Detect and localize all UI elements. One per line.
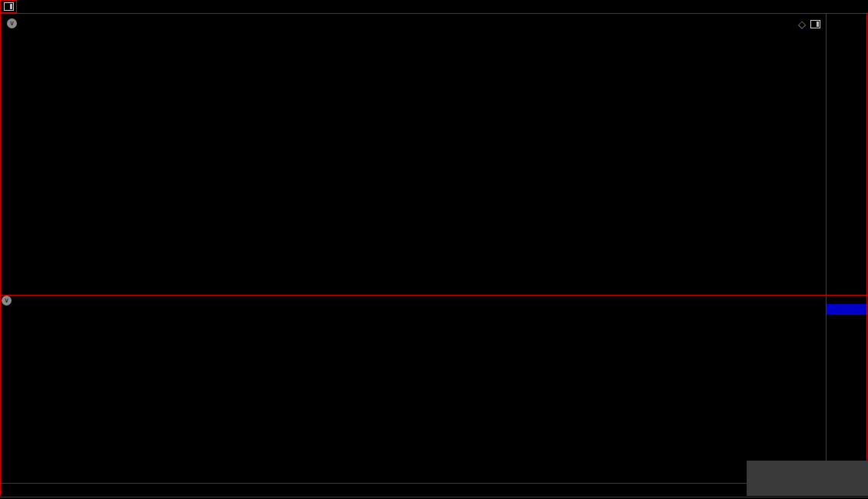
indicator-candlestick-chart[interactable] bbox=[0, 305, 826, 482]
stock-chart-app: ∨ ◇ ∨ bbox=[0, 0, 868, 499]
diamond-icon[interactable]: ◇ bbox=[798, 19, 806, 29]
main-candlestick-chart[interactable] bbox=[0, 31, 826, 295]
chart-corner-icons: ◇ bbox=[798, 19, 820, 29]
axis-frame-line bbox=[826, 14, 827, 496]
top-toolbar bbox=[0, 0, 868, 14]
chart-title-row: ∨ bbox=[3, 16, 17, 30]
current-value-badge bbox=[827, 304, 868, 315]
left-frame-line bbox=[0, 14, 1, 496]
chevron-down-icon[interactable]: ∨ bbox=[2, 296, 12, 306]
indicator-panel-header: ∨ bbox=[2, 295, 21, 306]
date-axis bbox=[0, 483, 868, 497]
window-split-icon[interactable] bbox=[0, 0, 17, 13]
window-icon[interactable] bbox=[810, 20, 820, 28]
panel-divider-line bbox=[0, 295, 868, 296]
chevron-down-icon[interactable]: ∨ bbox=[7, 18, 17, 28]
watermark bbox=[747, 461, 868, 496]
right-frame-line bbox=[866, 14, 867, 496]
